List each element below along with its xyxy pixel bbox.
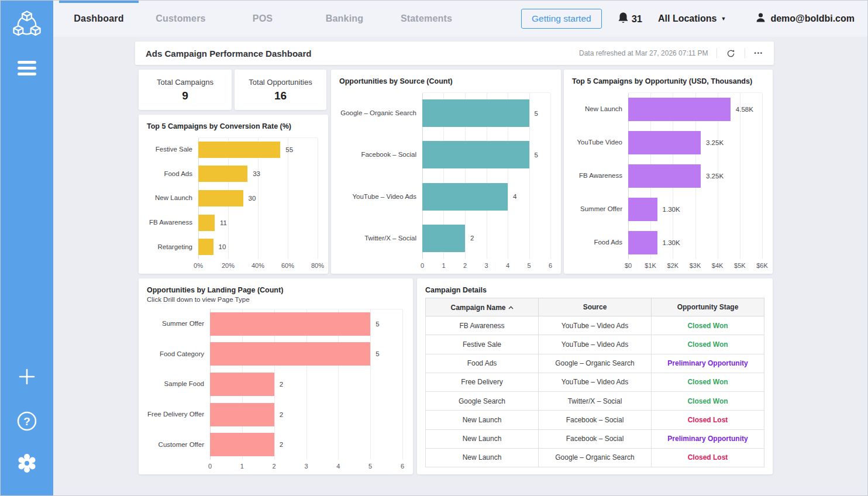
chart-row: Google – Organic Search5 xyxy=(337,92,550,134)
bar[interactable] xyxy=(198,142,280,158)
table-row[interactable]: Food AdsGoogle – Organic SearchPrelimina… xyxy=(426,354,764,373)
bar[interactable] xyxy=(628,131,701,154)
category-label: Food Category xyxy=(144,350,210,358)
table-row[interactable]: FB AwarenessYouTube – Video AdsClosed Wo… xyxy=(426,316,764,335)
plot-area: New Launch4.58KYouTube Video3.25KFB Awar… xyxy=(570,91,762,259)
campaign-name-cell: Free Delivery xyxy=(426,373,539,391)
category-label: Twitter/X – Social xyxy=(337,235,422,242)
bar-track: 1.30K xyxy=(628,192,762,226)
plus-icon[interactable] xyxy=(18,368,36,388)
value-label: 5 xyxy=(376,321,379,328)
bar[interactable] xyxy=(198,166,247,182)
axis-tick-label: 5 xyxy=(527,262,531,269)
chart-row: FB Awareness11 xyxy=(144,211,318,235)
axis-tick-label: $3K xyxy=(690,262,701,269)
chart-title: Top 5 Campaigns by Opportunity (USD, Tho… xyxy=(564,70,773,87)
bar[interactable] xyxy=(210,373,274,396)
bar[interactable] xyxy=(210,403,274,426)
axis-tick-label: 40% xyxy=(252,262,264,269)
bar[interactable] xyxy=(198,190,243,206)
bar[interactable] xyxy=(210,433,274,456)
bar[interactable] xyxy=(198,239,213,255)
divider xyxy=(745,48,745,58)
axis-tick-label: 5 xyxy=(368,463,372,470)
bar[interactable] xyxy=(210,342,370,366)
axis-tick-label: $4K xyxy=(712,262,724,269)
value-label: 3.25K xyxy=(706,173,724,180)
chart-row: Sample Food2 xyxy=(144,369,402,399)
bar[interactable] xyxy=(628,231,657,254)
chart-row: Customer Offer2 xyxy=(144,429,402,460)
gridline xyxy=(402,309,403,460)
table-row[interactable]: Google SearchTwitter/X – SocialClosed Wo… xyxy=(426,392,764,411)
category-label: FB Awareness xyxy=(570,172,628,180)
category-label: Food Ads xyxy=(144,170,198,178)
source-cell: Google – Organic Search xyxy=(539,448,652,467)
bar[interactable] xyxy=(422,183,508,211)
axis-tick-label: 0 xyxy=(208,463,212,470)
column-header-opportunity-stage[interactable]: Opportunity Stage xyxy=(652,298,764,316)
bar-track: 2 xyxy=(210,429,402,460)
table-row[interactable]: Festive SaleYouTube – Video AdsClosed Wo… xyxy=(426,335,764,354)
column-header-campaign-name[interactable]: Campaign Name xyxy=(426,298,539,316)
bar[interactable] xyxy=(422,225,465,252)
help-icon[interactable]: ? xyxy=(15,409,39,436)
chart-rows: Festive Sale55Food Ads33New Launch30FB A… xyxy=(144,137,318,259)
dashboard-title: Ads Campaign Performance Dashboard xyxy=(135,49,579,58)
refresh-button[interactable] xyxy=(725,48,736,59)
more-options-button[interactable]: ••• xyxy=(753,49,764,57)
bar[interactable] xyxy=(628,198,657,221)
table-row[interactable]: New LaunchFacebook – SocialPreliminary O… xyxy=(426,429,764,448)
category-label: YouTube – Video Ads xyxy=(337,193,422,201)
chart-card-conversion-rate: Top 5 Campaigns by Conversion Rate (%) F… xyxy=(139,115,328,274)
source-cell: YouTube – Video Ads xyxy=(539,373,652,391)
settings-gear-icon[interactable] xyxy=(15,451,39,478)
chart-row: Twitter/X – Social2 xyxy=(337,218,550,259)
axis-tick-label: 2 xyxy=(273,463,276,470)
table-row[interactable]: New LaunchGoogle – Organic SearchClosed … xyxy=(426,448,764,467)
chart-row: Food Ads1.30K xyxy=(570,226,762,259)
table-row[interactable]: Free DeliveryYouTube – Video AdsClosed W… xyxy=(426,373,764,391)
bar-track: 30 xyxy=(198,186,318,211)
kpi-value: 9 xyxy=(182,89,188,102)
svg-text:?: ? xyxy=(23,415,30,428)
category-label: Food Ads xyxy=(570,239,628,246)
table-row[interactable]: New LaunchFacebook – SocialClosed Lost xyxy=(426,411,764,429)
stage-cell: Closed Lost xyxy=(652,411,764,429)
bar[interactable] xyxy=(628,164,701,188)
chart-row: New Launch30 xyxy=(144,186,318,211)
kpi-card-total-campaigns: Total Campaigns 9 xyxy=(139,70,232,110)
source-cell: Google – Organic Search xyxy=(539,354,652,373)
axis-tick-label: 3 xyxy=(304,463,308,470)
category-label: New Launch xyxy=(570,105,628,113)
bar[interactable] xyxy=(422,141,529,168)
campaign-name-cell: Festive Sale xyxy=(426,335,539,354)
chart-row: Food Ads33 xyxy=(144,162,318,187)
chart-row: Summer Offer5 xyxy=(144,309,402,339)
dashboard-canvas: Ads Campaign Performance Dashboard Data … xyxy=(53,1,867,495)
bar[interactable] xyxy=(210,312,370,336)
chart-rows: Summer Offer5Food Category5Sample Food2F… xyxy=(144,309,402,460)
source-cell: Facebook – Social xyxy=(539,411,652,429)
gridline xyxy=(318,138,318,259)
hamburger-menu-icon[interactable] xyxy=(18,61,36,75)
campaign-name-cell: Google Search xyxy=(426,392,539,411)
bar[interactable] xyxy=(198,215,215,231)
x-axis: 0123456 xyxy=(210,460,402,471)
campaign-name-cell: New Launch xyxy=(426,429,539,448)
bar-track: 4.58K xyxy=(628,92,762,126)
bar-track: 5 xyxy=(422,134,550,175)
column-header-source[interactable]: Source xyxy=(539,298,652,316)
bar[interactable] xyxy=(422,99,529,127)
chart-title: Opportunities by Source (Count) xyxy=(331,70,561,87)
kpi-value: 16 xyxy=(274,89,287,102)
x-axis: $0$1K$2K$3K$4K$5K$6K xyxy=(628,259,762,270)
stage-cell: Closed Lost xyxy=(652,448,764,467)
chart-rows: Google – Organic Search5Facebook – Socia… xyxy=(337,92,550,259)
bar[interactable] xyxy=(628,98,731,121)
value-label: 2 xyxy=(470,235,474,242)
axis-tick-label: 3 xyxy=(484,262,488,269)
stage-cell: Closed Won xyxy=(652,335,764,354)
kpi-card-total-opportunities: Total Opportunities 16 xyxy=(235,70,326,110)
value-label: 3.25K xyxy=(706,139,724,146)
